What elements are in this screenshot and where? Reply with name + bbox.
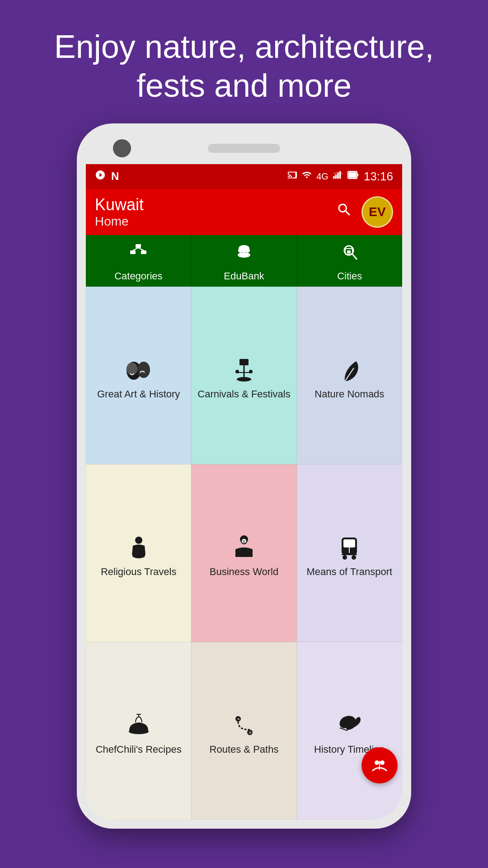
app-bar-right: EV (336, 196, 393, 228)
religious-label: Religious Travels (101, 566, 177, 579)
svg-point-28 (249, 370, 253, 373)
svg-rect-9 (141, 250, 146, 254)
tab-categories-label: Categories (114, 270, 162, 282)
cities-icon (339, 241, 361, 268)
carousel-icon (228, 354, 260, 388)
speaker (208, 144, 280, 153)
status-bar: N 4G 13:16 (86, 164, 402, 189)
svg-point-14 (245, 248, 250, 253)
grid-item-routes[interactable]: A B Routes & Paths (191, 642, 296, 820)
svg-point-26 (237, 377, 251, 382)
svg-point-15 (238, 252, 250, 258)
grid-item-business[interactable]: $ Business World (191, 464, 296, 642)
tab-categories[interactable]: Categories (86, 235, 192, 287)
battery-icon (347, 170, 359, 183)
tab-cities-label: Cities (337, 270, 362, 282)
fab-button[interactable] (361, 747, 398, 783)
svg-line-48 (340, 728, 347, 731)
tab-edubank-label: EduBank (224, 270, 264, 282)
status-right-icons: 4G 13:16 (287, 170, 393, 184)
svg-point-50 (380, 760, 385, 765)
svg-point-22 (127, 363, 137, 375)
svg-line-17 (352, 254, 357, 259)
app-title: Kuwait (95, 195, 144, 214)
svg-point-49 (375, 760, 379, 765)
grid-item-great-art[interactable]: Great Art & History (86, 287, 191, 464)
svg-rect-2 (337, 173, 339, 179)
routes-label: Routes & Paths (210, 743, 279, 756)
svg-rect-19 (347, 250, 351, 253)
phone-wrapper: N 4G 13:16 (77, 123, 411, 829)
svg-text:B: B (249, 731, 251, 735)
dish-icon (123, 710, 155, 743)
grid-item-history[interactable]: History Timeline (297, 642, 402, 820)
svg-rect-3 (339, 171, 341, 179)
svg-point-13 (238, 248, 243, 253)
search-button[interactable] (336, 202, 352, 222)
chef-label: ChefChili's Recipes (96, 743, 182, 756)
n-icon: N (111, 170, 119, 183)
grid-item-chef[interactable]: ChefChili's Recipes (86, 642, 191, 820)
buddha-icon (123, 532, 155, 566)
phone-inner: N 4G 13:16 (86, 132, 402, 820)
app-bar-left: Kuwait Home (95, 195, 144, 229)
svg-line-11 (138, 248, 144, 250)
wifi-icon (302, 170, 312, 183)
camera-icon (95, 170, 106, 183)
svg-point-37 (343, 555, 347, 560)
time-display: 13:16 (364, 170, 393, 184)
category-grid: Great Art & History Carnivals & Festival… (86, 287, 402, 820)
route-icon: A B (228, 710, 260, 743)
svg-point-38 (352, 555, 356, 560)
carnivals-label: Carnivals & Festivals (197, 388, 290, 401)
svg-rect-23 (239, 359, 249, 365)
businessperson-icon: $ (228, 532, 260, 566)
app-bar: Kuwait Home EV (86, 189, 402, 235)
cast-icon (287, 170, 297, 183)
nature-label: Nature Nomads (314, 388, 384, 401)
svg-point-30 (135, 537, 142, 544)
phone-top-bar (86, 132, 402, 164)
svg-rect-36 (343, 539, 355, 547)
great-art-label: Great Art & History (97, 388, 180, 401)
grid-item-transport[interactable]: Means of Transport (297, 464, 402, 642)
camera (113, 139, 131, 157)
logo-badge: EV (361, 196, 393, 228)
train-icon (333, 532, 365, 566)
svg-point-31 (132, 553, 145, 558)
svg-point-21 (137, 362, 150, 378)
edubank-icon (233, 241, 255, 268)
transport-label: Means of Transport (307, 566, 393, 579)
masks-icon (123, 354, 155, 388)
tab-cities[interactable]: Cities (297, 235, 402, 287)
svg-text:$: $ (243, 540, 245, 545)
svg-rect-0 (333, 176, 335, 179)
svg-rect-7 (136, 244, 141, 248)
hero-text: Enjoy nature, architecture, fests and mo… (0, 0, 488, 123)
leaf-icon (333, 354, 365, 388)
svg-rect-8 (130, 250, 136, 254)
app-subtitle: Home (95, 214, 144, 229)
status-left-icons: N (95, 170, 119, 183)
categories-icon (127, 241, 149, 268)
grid-item-carnivals[interactable]: Carnivals & Festivals (191, 287, 296, 464)
svg-point-27 (235, 370, 239, 373)
helmet-icon (333, 710, 365, 743)
tab-edubank[interactable]: EduBank (192, 235, 297, 287)
svg-line-10 (133, 248, 138, 250)
svg-rect-1 (335, 175, 337, 179)
signal-text: 4G (316, 171, 328, 182)
grid-item-nature[interactable]: Nature Nomads (297, 287, 402, 464)
svg-text:A: A (237, 717, 240, 721)
nav-tabs: Categories EduBank (86, 235, 402, 287)
svg-rect-5 (357, 174, 358, 176)
svg-rect-6 (348, 172, 356, 178)
signal-icon (333, 170, 343, 183)
grid-item-religious[interactable]: Religious Travels (86, 464, 191, 642)
business-label: Business World (210, 566, 278, 579)
